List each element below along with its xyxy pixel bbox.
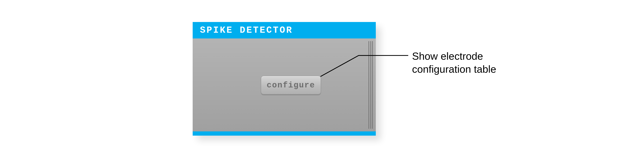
- panel-body: SPIKE DETECTOR configure: [193, 22, 376, 136]
- annotation-text: Show electrode configuration table: [412, 50, 496, 75]
- panel-title: SPIKE DETECTOR: [200, 25, 293, 35]
- configure-button[interactable]: configure: [261, 76, 321, 95]
- configure-button-label: configure: [267, 81, 315, 90]
- annotation-line-2: configuration table: [412, 63, 496, 76]
- panel-titlebar: SPIKE DETECTOR: [193, 22, 376, 38]
- annotation-line-1: Show electrode: [412, 50, 496, 63]
- spike-detector-panel: SPIKE DETECTOR configure: [193, 22, 376, 136]
- resize-grip-icon[interactable]: [368, 41, 373, 129]
- panel-bottombar: [193, 131, 376, 136]
